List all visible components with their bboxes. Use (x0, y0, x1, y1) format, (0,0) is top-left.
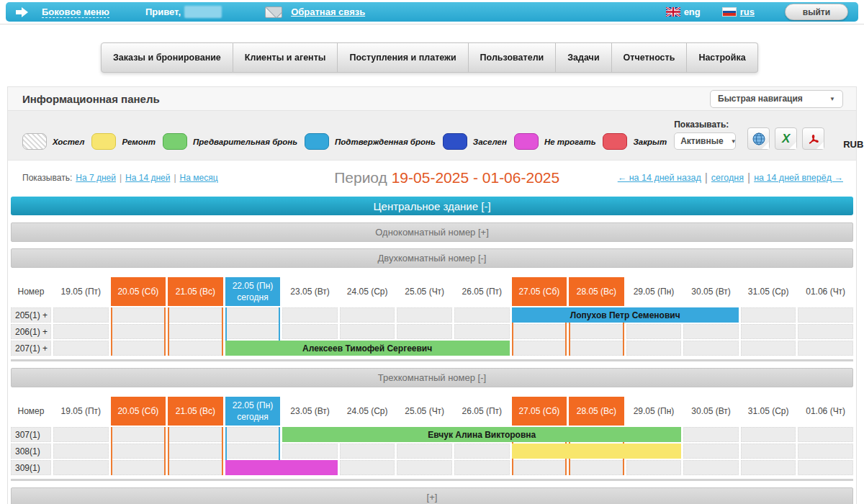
range-link-1[interactable]: На 7 дней (76, 173, 116, 183)
day-cell[interactable] (741, 307, 796, 323)
nav-tab-1[interactable]: Заказы и бронирование (101, 42, 233, 73)
day-cell[interactable] (454, 324, 510, 339)
day-cell[interactable] (282, 444, 338, 459)
day-cell[interactable] (111, 324, 166, 339)
day-cell[interactable] (340, 444, 395, 459)
day-cell[interactable] (626, 324, 682, 339)
day-cell[interactable] (225, 427, 281, 442)
day-cell[interactable] (168, 307, 223, 323)
day-cell[interactable] (569, 324, 624, 339)
room-label[interactable]: 307(1) (11, 427, 51, 442)
day-cell[interactable] (512, 341, 567, 356)
day-cell[interactable] (397, 460, 452, 475)
room-type-bar[interactable]: Двухкомнатный номер [-] (11, 248, 853, 268)
day-cell[interactable] (168, 341, 223, 356)
globe-export-icon[interactable] (747, 127, 770, 150)
day-cell[interactable] (168, 444, 223, 459)
day-cell[interactable] (168, 460, 223, 475)
day-cell[interactable] (683, 444, 739, 459)
lang-rus[interactable]: rus (722, 6, 755, 17)
day-cell[interactable] (741, 324, 796, 339)
day-cell[interactable] (626, 341, 682, 356)
day-cell[interactable] (683, 460, 739, 475)
day-cell[interactable] (53, 427, 109, 442)
day-cell[interactable] (798, 307, 853, 323)
excel-export-icon[interactable]: X (775, 127, 797, 150)
room-label[interactable]: 205(1) + (11, 307, 51, 323)
nav-tab-7[interactable]: Настройка (687, 42, 757, 73)
day-cell[interactable] (569, 341, 624, 356)
day-cell[interactable] (454, 307, 510, 323)
day-cell[interactable] (340, 324, 395, 339)
show-filter-select[interactable]: Активные ▼ (674, 132, 736, 150)
day-cell[interactable] (397, 307, 452, 323)
room-type-bar[interactable]: [+] (11, 487, 853, 504)
day-cell[interactable] (397, 324, 452, 339)
day-cell[interactable] (53, 341, 109, 356)
day-cell[interactable] (741, 427, 796, 442)
day-cell[interactable] (683, 324, 739, 339)
day-cell[interactable] (683, 427, 739, 442)
day-cell[interactable] (111, 341, 166, 356)
room-type-bar[interactable]: Трехкомнатный номер [-] (11, 368, 853, 387)
booking-bar[interactable]: Евчук Алина Викторовна (282, 427, 681, 442)
room-label[interactable]: 309(1) (11, 460, 51, 475)
quick-nav-select[interactable]: Быстрая навигация ▼ (710, 90, 843, 108)
day-cell[interactable] (741, 460, 796, 475)
day-cell[interactable] (454, 460, 510, 475)
side-menu-link[interactable]: Боковое меню (42, 6, 109, 18)
booking-bar[interactable]: Лопухов Петр Семенович (512, 307, 739, 323)
room-label[interactable]: 308(1) (11, 444, 51, 459)
day-cell[interactable] (741, 444, 796, 459)
building-bar[interactable]: Центральное здание [-] (11, 197, 853, 215)
day-cell[interactable] (168, 324, 223, 339)
period-nav-link-1[interactable]: ← на 14 дней назад (618, 173, 701, 183)
day-cell[interactable] (53, 460, 109, 475)
day-cell[interactable] (111, 460, 166, 475)
day-cell[interactable] (225, 307, 281, 323)
day-cell[interactable] (397, 444, 452, 459)
period-nav-link-2[interactable]: сегодня (711, 173, 744, 183)
day-cell[interactable] (282, 324, 338, 339)
day-cell[interactable] (225, 444, 281, 459)
day-cell[interactable] (512, 324, 567, 339)
day-cell[interactable] (111, 427, 166, 442)
day-cell[interactable] (53, 444, 109, 459)
room-label[interactable]: 207(1) + (11, 341, 51, 356)
feedback-link[interactable]: Обратная связь (291, 6, 365, 17)
day-cell[interactable] (53, 324, 109, 339)
day-cell[interactable] (683, 341, 739, 356)
nav-tab-3[interactable]: Поступления и платежи (338, 42, 468, 73)
nav-tab-4[interactable]: Пользователи (469, 42, 557, 73)
day-cell[interactable] (512, 460, 567, 475)
nav-tab-5[interactable]: Задачи (556, 42, 611, 73)
logout-button[interactable]: выйти (785, 4, 848, 20)
nav-tab-2[interactable]: Клиенты и агенты (233, 42, 338, 73)
range-link-3[interactable]: На месяц (180, 173, 218, 183)
period-nav-link-3[interactable]: на 14 дней вперёд → (754, 173, 843, 183)
day-cell[interactable] (111, 444, 166, 459)
day-cell[interactable] (53, 307, 109, 323)
day-cell[interactable] (225, 324, 281, 339)
day-cell[interactable] (454, 444, 510, 459)
day-cell[interactable] (798, 460, 853, 475)
room-label[interactable]: 206(1) + (11, 324, 51, 339)
booking-bar[interactable]: Алексеев Тимофей Сергеевич (225, 341, 510, 356)
range-link-2[interactable]: На 14 дней (125, 173, 170, 183)
day-cell[interactable] (282, 307, 338, 323)
day-cell[interactable] (340, 307, 395, 323)
day-cell[interactable] (798, 444, 853, 459)
day-cell[interactable] (798, 341, 853, 356)
day-cell[interactable] (798, 324, 853, 339)
room-type-bar[interactable]: Однокомнатный номер [+] (11, 222, 853, 242)
day-cell[interactable] (340, 460, 395, 475)
booking-bar[interactable] (225, 460, 338, 475)
day-cell[interactable] (111, 307, 166, 323)
day-cell[interactable] (569, 460, 624, 475)
day-cell[interactable] (168, 427, 223, 442)
pdf-export-icon[interactable] (802, 127, 824, 150)
booking-bar[interactable] (512, 444, 682, 459)
nav-tab-6[interactable]: Отчетность (612, 42, 688, 73)
day-cell[interactable] (741, 341, 796, 356)
day-cell[interactable] (626, 460, 682, 475)
